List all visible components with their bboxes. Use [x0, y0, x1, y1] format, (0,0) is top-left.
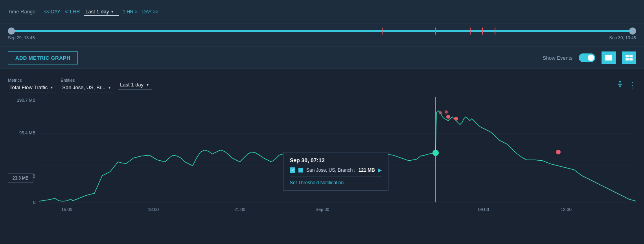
single-view-icon	[605, 55, 612, 61]
tooltip-value: 121 MB	[359, 167, 375, 173]
time-range-value: Last 1 day	[85, 9, 109, 15]
show-events-label: Show Events	[543, 55, 572, 61]
svg-point-26	[439, 111, 442, 114]
entities-label: Entities	[61, 78, 75, 83]
time-range-select[interactable]: Last 1 day ▾	[84, 8, 119, 16]
timeline-container: Sep 29, 13:45 Sep 30, 13:45	[0, 24, 644, 47]
metrics-group: Metrics Total Flow Traffic ▾	[8, 77, 56, 92]
svg-text:23.3 MB: 23.3 MB	[13, 176, 29, 180]
entities-value: San Jose, US, Br...	[62, 84, 105, 90]
event-marker-4	[482, 28, 483, 35]
svg-rect-1	[626, 55, 629, 57]
svg-text:09:00: 09:00	[478, 207, 489, 212]
chart-container: Metrics Total Flow Traffic ▾ Entities Sa…	[0, 69, 644, 244]
time-range-label: Time Range	[8, 9, 35, 15]
svg-point-27	[445, 110, 448, 114]
svg-rect-2	[629, 55, 633, 57]
metrics-value: Total Flow Traffic	[9, 84, 48, 90]
chart-tooltip: Sep 30, 07:12 ✓ San Jose, US, Branch : 1…	[283, 152, 388, 191]
nav-next-1hr-btn[interactable]: 1 HR >	[123, 9, 138, 15]
entities-dropdown-arrow: ▾	[109, 85, 110, 90]
svg-point-24	[454, 117, 458, 121]
grid-view-btn[interactable]	[622, 51, 636, 64]
single-view-btn[interactable]	[602, 51, 616, 64]
timeline-start-label: Sep 29, 13:45	[8, 35, 35, 40]
toolbar: ADD METRIC GRAPH Show Events	[0, 47, 644, 69]
toolbar-right: Show Events	[543, 51, 636, 64]
set-threshold-link[interactable]: Set Threshold Notification	[290, 180, 344, 185]
svg-text:0: 0	[33, 200, 35, 205]
chart-time-select[interactable]: Last 1 day ▾	[118, 80, 152, 90]
svg-text:Sep 30: Sep 30	[316, 207, 329, 212]
timeline-end-label: Sep 30, 13:45	[609, 35, 636, 40]
svg-rect-0	[605, 55, 612, 61]
metrics-select[interactable]: Total Flow Traffic ▾	[8, 83, 56, 92]
grid-view-icon	[626, 55, 633, 61]
svg-text:95.4 MB: 95.4 MB	[19, 130, 35, 135]
more-options-icon[interactable]: ⋮	[628, 80, 636, 90]
tooltip-color-swatch	[298, 168, 303, 172]
svg-point-22	[433, 150, 438, 156]
tooltip-expand-arrow[interactable]: ▶	[378, 167, 382, 173]
show-events-toggle[interactable]	[579, 53, 595, 62]
svg-point-23	[446, 115, 450, 119]
tooltip-title: Sep 30, 07:12	[290, 157, 382, 163]
svg-text:15:00: 15:00	[61, 207, 72, 212]
entities-group: Entities San Jose, US, Br... ▾	[61, 77, 114, 92]
tooltip-data-row: ✓ San Jose, US, Branch : 121 MB ▶	[290, 167, 382, 173]
top-bar: Time Range << DAY < 1 HR Last 1 day ▾ 1 …	[0, 0, 644, 24]
timeline-handle-left[interactable]	[8, 28, 15, 35]
svg-text:190.7 MB: 190.7 MB	[17, 98, 35, 103]
chart-area: 190.7 MB 95.4 MB 23.3 MB 0 23.3 MB 15:00…	[8, 97, 636, 220]
event-marker-1	[382, 28, 383, 35]
event-marker-2	[435, 28, 436, 35]
toggle-knob	[588, 55, 594, 61]
svg-point-25	[556, 150, 561, 154]
svg-text:21:00: 21:00	[234, 207, 245, 212]
pin-icon[interactable]	[616, 81, 624, 89]
time-range-dropdown-arrow: ▾	[111, 9, 113, 14]
chart-actions: ⋮	[616, 80, 636, 90]
metrics-label: Metrics	[8, 78, 22, 83]
svg-rect-3	[626, 58, 629, 61]
tooltip-divider	[290, 176, 382, 176]
timeline-labels: Sep 29, 13:45 Sep 30, 13:45	[8, 35, 636, 40]
svg-text:12:00: 12:00	[561, 207, 572, 212]
svg-rect-4	[629, 58, 633, 61]
nav-next-day-btn[interactable]: DAY >>	[142, 9, 158, 15]
nav-prev-day-btn[interactable]: << DAY	[44, 9, 60, 15]
tooltip-entity-name: San Jose, US, Branch :	[306, 167, 355, 173]
event-marker-3	[470, 28, 471, 35]
chart-time-value: Last 1 day	[120, 82, 144, 88]
tooltip-checkbox[interactable]: ✓	[290, 167, 295, 173]
entities-select[interactable]: San Jose, US, Br... ▾	[61, 83, 114, 92]
add-metric-btn[interactable]: ADD METRIC GRAPH	[8, 51, 78, 64]
chart-header: Metrics Total Flow Traffic ▾ Entities Sa…	[8, 77, 636, 92]
event-marker-5	[495, 28, 495, 35]
timeline-track[interactable]	[8, 30, 636, 32]
chart-time-dropdown-arrow: ▾	[147, 83, 149, 87]
nav-prev-1hr-btn[interactable]: < 1 HR	[65, 9, 80, 15]
timeline-handle-right[interactable]	[629, 28, 636, 35]
metrics-dropdown-arrow: ▾	[51, 85, 53, 90]
svg-text:18:00: 18:00	[148, 207, 159, 212]
